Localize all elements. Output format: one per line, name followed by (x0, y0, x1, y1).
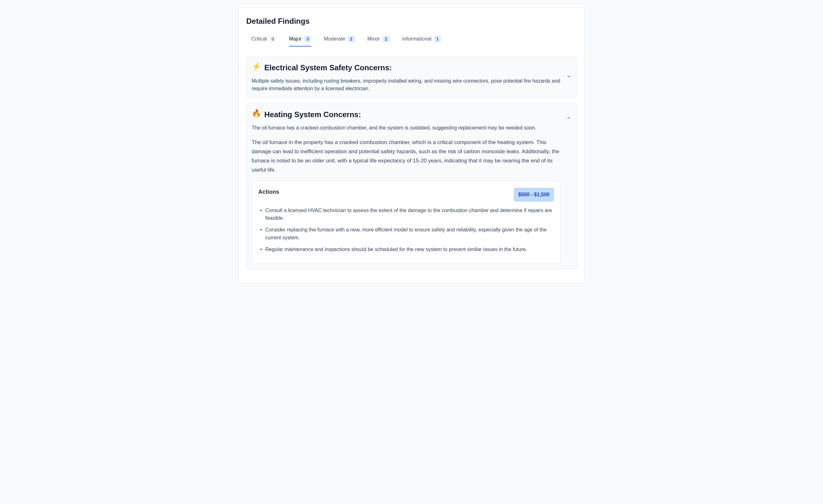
finding-title: Electrical System Safety Concerns: (264, 62, 392, 73)
tab-label: Informational (402, 35, 432, 43)
finding-detail: The oil furnace in the property has a cr… (252, 138, 560, 175)
finding-summary: Multiple safety issues, including rustin… (252, 77, 560, 93)
finding-title: Heating System Concerns: (264, 109, 361, 120)
detailed-findings-card: Detailed Findings Critical 0 Major 3 Mod… (238, 8, 585, 283)
tab-count-badge: 2 (348, 35, 355, 42)
tab-label: Major (289, 35, 302, 43)
actions-list: Consult a licensed HVAC technician to as… (258, 207, 554, 254)
tab-critical[interactable]: Critical 0 (251, 32, 276, 46)
tab-moderate[interactable]: Moderate 2 (324, 32, 355, 46)
finding-header: ⚡ Electrical System Safety Concerns: (252, 62, 560, 73)
tab-minor[interactable]: Minor 2 (367, 32, 390, 46)
action-item: Consider replacing the furnace with a ne… (258, 226, 554, 242)
actions-box: Actions $500 - $1,500 Consult a licensed… (252, 181, 560, 264)
tab-informational[interactable]: Informational 1 (402, 32, 441, 46)
fire-icon: 🔥 (252, 109, 261, 118)
tab-count-badge: 0 (269, 35, 276, 42)
action-item: Consult a licensed HVAC technician to as… (258, 207, 554, 222)
tab-count-badge: 1 (434, 35, 441, 42)
chevron-down-icon[interactable] (566, 73, 571, 81)
actions-title: Actions (258, 188, 279, 196)
action-item: Regular maintenance and inspections shou… (258, 246, 554, 254)
tab-major[interactable]: Major 3 (289, 32, 311, 46)
lightning-icon: ⚡ (252, 62, 261, 71)
section-title: Detailed Findings (246, 15, 577, 27)
findings-tabs: Critical 0 Major 3 Moderate 2 Minor 2 In… (246, 32, 577, 46)
tab-count-badge: 2 (383, 35, 390, 42)
finding-electrical[interactable]: ⚡ Electrical System Safety Concerns: Mul… (246, 57, 577, 98)
tab-count-badge: 3 (304, 35, 311, 42)
finding-summary: The oil furnace has a cracked combustion… (252, 124, 560, 132)
finding-header: 🔥 Heating System Concerns: (252, 109, 560, 120)
tab-label: Moderate (324, 35, 345, 43)
finding-heating[interactable]: 🔥 Heating System Concerns: The oil furna… (246, 104, 577, 270)
chevron-up-icon[interactable] (566, 115, 571, 123)
tab-label: Critical (251, 35, 267, 43)
price-badge: $500 - $1,500 (514, 188, 554, 202)
tab-label: Minor (367, 35, 380, 43)
